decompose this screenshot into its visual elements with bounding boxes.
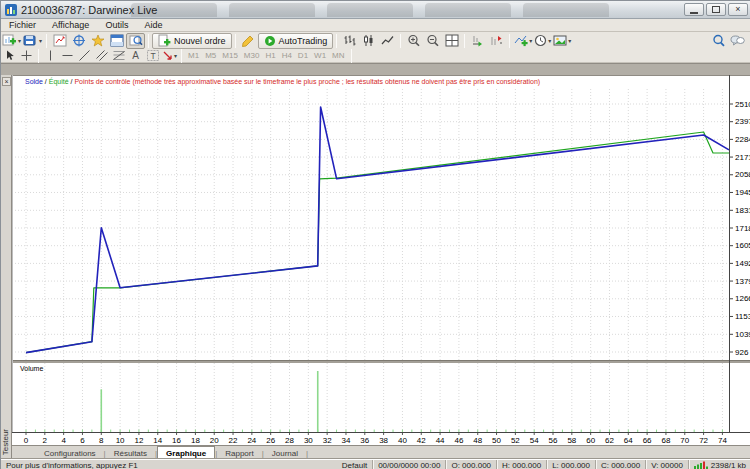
zoom-in-button[interactable]	[404, 33, 423, 49]
tab-journal[interactable]: Journal	[264, 447, 306, 459]
legend-equite: Équité	[49, 78, 69, 85]
community-button[interactable]	[728, 33, 747, 49]
volume-label: Volume	[20, 365, 43, 372]
timeframe-m30[interactable]: M30	[241, 50, 263, 61]
workspace-background	[1, 63, 750, 75]
close-button[interactable]: ×	[728, 3, 748, 16]
svg-text:52: 52	[511, 436, 520, 445]
svg-text:54: 54	[530, 436, 539, 445]
horizontal-line-button[interactable]	[59, 50, 76, 62]
svg-text:66: 66	[643, 436, 652, 445]
data-window-button[interactable]	[69, 33, 88, 49]
svg-text:64: 64	[624, 436, 633, 445]
search-button[interactable]	[709, 33, 728, 49]
fibonacci-button[interactable]	[110, 50, 127, 62]
chevron-down-icon: ▾	[548, 37, 551, 44]
menu-item-fichier[interactable]: Fichier	[1, 19, 44, 31]
zoom-out-button[interactable]	[423, 33, 442, 49]
metatrader-window: 2100036787: Darwinex Live × FichierAffic…	[0, 0, 750, 469]
vertical-line-button[interactable]	[42, 50, 59, 62]
timeframe-d1[interactable]: D1	[295, 50, 311, 61]
tile-windows-button[interactable]	[442, 33, 461, 49]
metaeditor-button[interactable]	[239, 33, 258, 49]
timeframe-m15[interactable]: M15	[219, 50, 241, 61]
timeframe-w1[interactable]: W1	[311, 50, 329, 61]
title-bar[interactable]: 2100036787: Darwinex Live ×	[1, 1, 750, 19]
new-chart-button[interactable]: ▾	[1, 33, 22, 49]
arrow-tools-button[interactable]: ▾	[161, 50, 178, 62]
timeframe-m5[interactable]: M5	[202, 50, 219, 61]
toolbar-separator	[336, 34, 337, 48]
toolbar-separator	[38, 49, 39, 63]
autotrading-button[interactable]: AutoTrading	[258, 33, 334, 49]
periods-button[interactable]: ▾	[533, 33, 552, 49]
connection-status-icon	[694, 461, 708, 469]
svg-text:56: 56	[549, 436, 558, 445]
chevron-down-icon: ▾	[39, 37, 42, 44]
timeframe-buttons: M1M5M15M30H1H4D1W1MN	[185, 50, 348, 61]
text-button[interactable]: A	[127, 50, 144, 62]
chart-shift-button[interactable]	[487, 33, 506, 49]
svg-text:42: 42	[417, 436, 426, 445]
svg-text:6: 6	[80, 436, 85, 445]
candlestick-chart-button[interactable]	[359, 33, 378, 49]
balance-equity-chart[interactable]: 9261039115312661379149216051718183119452…	[12, 75, 750, 445]
navigator-button[interactable]	[88, 33, 107, 49]
cursor-button[interactable]	[1, 50, 18, 62]
line-chart-button[interactable]	[378, 33, 397, 49]
timeframe-mn[interactable]: MN	[329, 50, 347, 61]
svg-text:12: 12	[134, 436, 143, 445]
text-label-button[interactable]: T	[144, 50, 161, 62]
menu-item-aide[interactable]: Aide	[136, 19, 170, 31]
timeframe-m1[interactable]: M1	[185, 50, 202, 61]
bar-chart-button[interactable]	[340, 33, 359, 49]
toolbar-separator	[181, 49, 182, 63]
menu-item-affichage[interactable]: Affichage	[44, 19, 97, 31]
timeframe-h1[interactable]: H1	[262, 50, 278, 61]
market-watch-button[interactable]	[50, 33, 69, 49]
templates-button[interactable]: ▾	[552, 33, 572, 49]
svg-text:0: 0	[24, 436, 29, 445]
svg-text:34: 34	[342, 436, 351, 445]
svg-text:1492: 1492	[735, 259, 750, 268]
status-traffic: 2398/1 kb	[689, 460, 750, 469]
svg-text:2171: 2171	[735, 153, 750, 162]
background-window-ghosts	[131, 3, 609, 17]
svg-text:10: 10	[116, 436, 125, 445]
svg-text:72: 72	[699, 436, 708, 445]
maximize-button[interactable]	[706, 3, 726, 16]
svg-text:1153: 1153	[735, 312, 750, 321]
svg-text:22: 22	[229, 436, 238, 445]
app-icon	[5, 4, 17, 16]
tester-tabs: Configurations|Résultats|Graphique|Rappo…	[12, 445, 750, 459]
tab-résultats[interactable]: Résultats	[106, 447, 155, 459]
tab-graphique[interactable]: Graphique	[157, 446, 215, 459]
toolbar-separator	[148, 34, 149, 48]
svg-text:68: 68	[661, 436, 670, 445]
crosshair-button[interactable]	[18, 50, 35, 62]
svg-text:A: A	[132, 50, 139, 61]
tab-rapport[interactable]: Rapport	[217, 447, 261, 459]
equidistant-channel-button[interactable]	[93, 50, 110, 62]
new-order-button[interactable]: Nouvel ordre	[152, 33, 232, 49]
status-close: C: 000.000	[596, 460, 646, 469]
menu-item-outils[interactable]: Outils	[97, 19, 136, 31]
minimize-button[interactable]	[684, 3, 704, 16]
auto-scroll-button[interactable]	[468, 33, 487, 49]
tab-configurations[interactable]: Configurations	[36, 447, 104, 459]
timeframe-h4[interactable]: H4	[279, 50, 295, 61]
tester-chart-area[interactable]: 9261039115312661379149216051718183119452…	[12, 75, 750, 445]
strategy-tester-button[interactable]	[126, 33, 145, 49]
tester-close-icon[interactable]: ×	[2, 77, 11, 86]
trendline-button[interactable]	[76, 50, 93, 62]
svg-text:2510: 2510	[735, 100, 750, 109]
svg-text:28: 28	[285, 436, 294, 445]
profiles-button[interactable]: ▾	[22, 33, 43, 49]
svg-text:1945: 1945	[735, 188, 750, 197]
toolbar-separator	[46, 34, 47, 48]
status-datetime: 00/00/0000 00:00	[373, 460, 446, 469]
svg-text:62: 62	[605, 436, 614, 445]
indicators-button[interactable]: ▾	[513, 33, 533, 49]
terminal-button[interactable]	[107, 33, 126, 49]
status-profile[interactable]: Default	[337, 460, 373, 469]
